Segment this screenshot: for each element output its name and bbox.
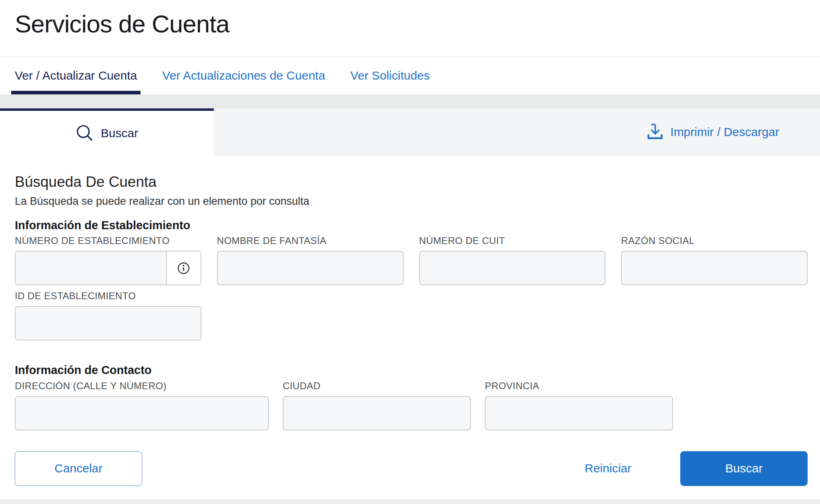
- contact-section-title: Información de Contacto: [15, 363, 808, 377]
- field-numero-de-establecimiento: NÚMERO DE ESTABLECIMIENTO: [15, 235, 201, 285]
- field-label: ID DE ESTABLECIMIENTO: [15, 290, 201, 302]
- id-establecimiento-input[interactable]: [15, 306, 201, 340]
- search-heading: Búsqueda De Cuenta: [15, 173, 808, 191]
- info-icon: [177, 262, 190, 274]
- bottom-bar: [0, 499, 820, 504]
- main-tabs: Ver / Actualizar Cuenta Ver Actualizacio…: [0, 57, 820, 94]
- search-panel-tab[interactable]: Buscar: [0, 108, 214, 156]
- field-ciudad: CIUDAD: [283, 380, 471, 430]
- tab-ver-actualizaciones-de-cuenta[interactable]: Ver Actualizaciones de Cuenta: [162, 57, 325, 94]
- numero-establecimiento-input-group: [15, 251, 201, 285]
- print-download-button[interactable]: Imprimir / Descargar: [646, 122, 779, 142]
- search-panel-tab-label: Buscar: [101, 126, 138, 140]
- search-icon: [76, 124, 94, 142]
- page-header: Servicios de Cuenta: [0, 0, 820, 57]
- field-id-de-establecimiento: ID DE ESTABLECIMIENTO: [15, 290, 201, 340]
- establishment-fields-row-2: ID DE ESTABLECIMIENTO: [15, 290, 808, 340]
- contact-fields-row: DIRECCIÓN (CALLE Y NÚMERO) CIUDAD PROVIN…: [15, 380, 808, 430]
- search-note: La Búsqueda se puede realizar con un ele…: [15, 195, 808, 208]
- direccion-input[interactable]: [15, 396, 269, 430]
- field-provincia: PROVINCIA: [485, 380, 673, 430]
- establishment-fields-row: NÚMERO DE ESTABLECIMIENTO NOMBRE DE FANT…: [15, 235, 808, 285]
- field-label: PROVINCIA: [485, 380, 673, 392]
- field-label: RAZÓN SOCIAL: [621, 235, 808, 247]
- panel-tab-strip: Buscar Imprimir / Descargar: [0, 108, 820, 156]
- print-download-label: Imprimir / Descargar: [670, 125, 779, 139]
- download-icon: [646, 122, 664, 142]
- tab-ver-solicitudes[interactable]: Ver Solicitudes: [350, 57, 430, 94]
- reset-button[interactable]: Reiniciar: [585, 462, 631, 475]
- nombre-fantasia-input[interactable]: [217, 251, 404, 285]
- panel-toolbar: Imprimir / Descargar: [214, 108, 820, 156]
- search-form: Búsqueda De Cuenta La Búsqueda se puede …: [0, 173, 820, 486]
- field-label: NÚMERO DE CUIT: [419, 235, 606, 247]
- ciudad-input[interactable]: [283, 396, 471, 430]
- razon-social-input[interactable]: [621, 251, 808, 285]
- search-submit-button[interactable]: Buscar: [680, 451, 808, 486]
- establishment-section-title: Información de Establecimiento: [15, 218, 808, 232]
- provincia-input[interactable]: [485, 396, 673, 430]
- field-nombre-de-fantasia: NOMBRE DE FANTASÍA: [217, 235, 404, 285]
- field-razon-social: RAZÓN SOCIAL: [621, 235, 808, 285]
- tab-ver-actualizar-cuenta[interactable]: Ver / Actualizar Cuenta: [15, 57, 137, 94]
- field-label: CIUDAD: [283, 380, 471, 392]
- numero-establecimiento-input[interactable]: [16, 252, 167, 284]
- field-label: DIRECCIÓN (CALLE Y NÚMERO): [15, 380, 269, 392]
- numero-cuit-input[interactable]: [419, 251, 606, 285]
- field-direccion: DIRECCIÓN (CALLE Y NÚMERO): [15, 380, 269, 430]
- form-actions: Cancelar Reiniciar Buscar: [15, 451, 808, 486]
- field-label: NÚMERO DE ESTABLECIMIENTO: [15, 235, 201, 247]
- page-title: Servicios de Cuenta: [0, 0, 820, 38]
- field-numero-de-cuit: NÚMERO DE CUIT: [419, 235, 606, 285]
- cancel-button[interactable]: Cancelar: [15, 451, 142, 486]
- tab-divider-band: [0, 94, 820, 108]
- field-label: NOMBRE DE FANTASÍA: [217, 235, 404, 247]
- info-button[interactable]: [167, 252, 201, 284]
